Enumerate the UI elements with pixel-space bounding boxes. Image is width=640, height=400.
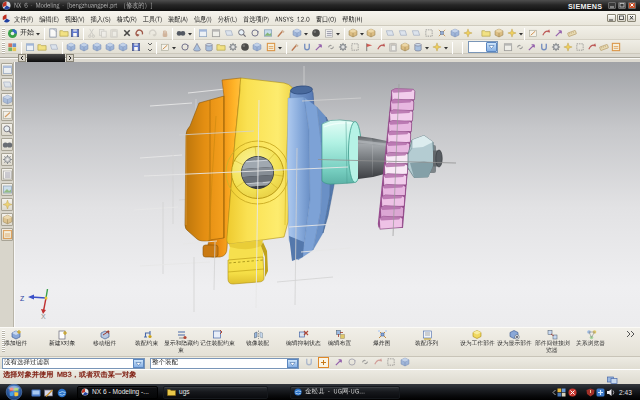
svg-text:Z: Z (20, 295, 25, 302)
svg-text:X: X (41, 313, 46, 320)
